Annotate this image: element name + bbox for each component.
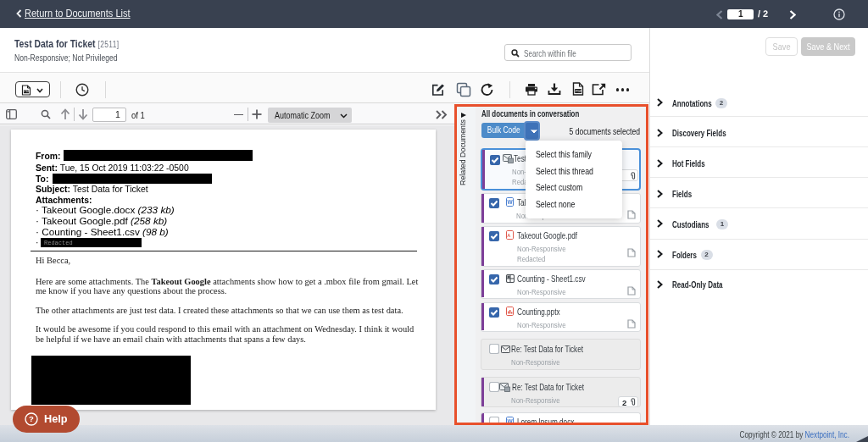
svg-text:PDF: PDF <box>25 90 30 93</box>
svg-text:A: A <box>507 233 510 238</box>
svg-text:W: W <box>508 199 514 205</box>
svg-text:W: W <box>508 418 514 423</box>
svg-text:?: ? <box>29 414 34 423</box>
svg-text:PDF: PDF <box>576 90 582 93</box>
